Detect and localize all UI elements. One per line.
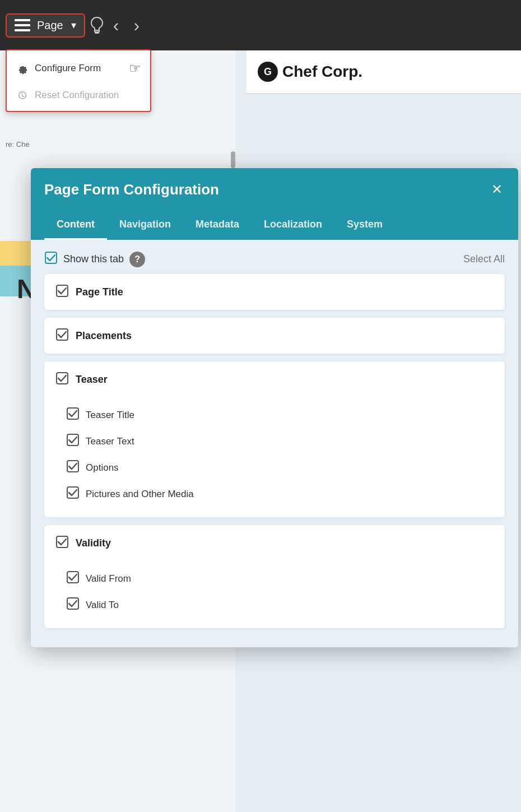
teaser-media-checkbox[interactable] [67, 486, 79, 502]
section-page-title-header: Page Title [44, 274, 505, 310]
brand-name: Chef Corp. [282, 63, 362, 81]
svg-rect-2 [15, 29, 30, 31]
section-validity-body: Valid From Valid To [44, 561, 505, 628]
tab-navigation[interactable]: Navigation [107, 211, 183, 240]
cursor-icon: ☞ [129, 61, 141, 76]
brand-bar: G Chef Corp. [246, 50, 521, 94]
tab-content[interactable]: Content [44, 211, 107, 240]
dropdown-menu: Configure Form ☞ Reset Configuration [6, 49, 151, 112]
page-label: Page [37, 19, 63, 32]
teaser-media-item: Pictures and Other Media [55, 481, 494, 507]
modal-body: Show this tab ? Select All Page Title [31, 240, 518, 647]
validity-checkbox[interactable] [55, 535, 69, 551]
tab-localization[interactable]: Localization [252, 211, 334, 240]
configure-form-label: Configure Form [35, 63, 101, 74]
section-placements-header: Placements [44, 318, 505, 354]
section-validity-header: Validity [44, 525, 505, 561]
teaser-title-checkbox[interactable] [67, 407, 79, 423]
section-placements-label: Placements [76, 330, 132, 342]
modal-close-button[interactable]: ✕ [489, 179, 505, 199]
configure-form-item[interactable]: Configure Form ☞ [7, 54, 150, 83]
teaser-title-item: Teaser Title [55, 402, 494, 428]
valid-to-label: Valid To [86, 600, 119, 611]
valid-from-item: Valid From [55, 565, 494, 592]
section-placements: Placements [44, 318, 505, 354]
svg-rect-0 [15, 19, 30, 21]
show-tab-label: Show this tab ? [44, 251, 145, 267]
valid-to-checkbox[interactable] [67, 597, 79, 613]
section-teaser-header: Teaser [44, 361, 505, 397]
gear-icon [16, 63, 29, 74]
teaser-checkbox[interactable] [55, 372, 69, 387]
show-tab-text: Show this tab [63, 253, 124, 265]
back-button[interactable]: ‹ [109, 11, 124, 40]
close-icon: ✕ [491, 182, 503, 197]
section-teaser: Teaser Teaser Title [44, 361, 505, 517]
modal-title: Page Form Configuration [44, 181, 219, 198]
scroll-indicator[interactable] [231, 151, 235, 168]
teaser-text-item: Teaser Text [55, 428, 494, 454]
select-all-button[interactable]: Select All [463, 253, 505, 265]
section-page-title: Page Title [44, 274, 505, 310]
left-label: re: Che [6, 140, 30, 149]
modal-header: Page Form Configuration ✕ [31, 168, 518, 211]
reset-configuration-label: Reset Configuration [35, 90, 119, 101]
teaser-media-label: Pictures and Other Media [86, 489, 194, 500]
teaser-text-checkbox[interactable] [67, 434, 79, 449]
brand-logo: G [258, 62, 278, 82]
valid-from-label: Valid From [86, 573, 131, 584]
tab-system[interactable]: System [334, 211, 395, 240]
tab-metadata[interactable]: Metadata [183, 211, 252, 240]
section-validity-label: Validity [76, 537, 111, 549]
valid-from-checkbox[interactable] [67, 571, 79, 586]
chevron-down-icon: ▾ [71, 19, 76, 31]
help-icon[interactable]: ? [129, 252, 145, 267]
section-teaser-label: Teaser [76, 374, 108, 386]
teaser-text-label: Teaser Text [86, 436, 134, 447]
modal-dialog: Page Form Configuration ✕ Content Naviga… [31, 168, 518, 647]
light-button[interactable] [85, 12, 109, 39]
section-validity: Validity Valid From [44, 525, 505, 628]
reset-icon [16, 90, 29, 101]
page-button[interactable]: Page ▾ [6, 13, 85, 38]
svg-rect-1 [15, 24, 30, 26]
placements-checkbox[interactable] [55, 328, 69, 344]
reset-configuration-item[interactable]: Reset Configuration [7, 83, 150, 108]
valid-to-item: Valid To [55, 592, 494, 618]
show-tab-checkbox[interactable] [44, 251, 58, 267]
svg-rect-4 [95, 32, 99, 33]
section-page-title-label: Page Title [76, 286, 123, 298]
teaser-options-label: Options [86, 462, 119, 474]
top-toolbar: Page ▾ ‹ › [0, 0, 521, 50]
forward-button[interactable]: › [129, 11, 144, 40]
teaser-options-item: Options [55, 454, 494, 481]
page-icon [15, 19, 30, 31]
show-tab-row: Show this tab ? Select All [44, 251, 505, 267]
teaser-options-checkbox[interactable] [67, 460, 79, 475]
section-teaser-body: Teaser Title Teaser Text [44, 397, 505, 517]
teaser-title-label: Teaser Title [86, 410, 134, 421]
modal-tabs: Content Navigation Metadata Localization… [31, 211, 518, 240]
page-title-checkbox[interactable] [55, 284, 69, 300]
